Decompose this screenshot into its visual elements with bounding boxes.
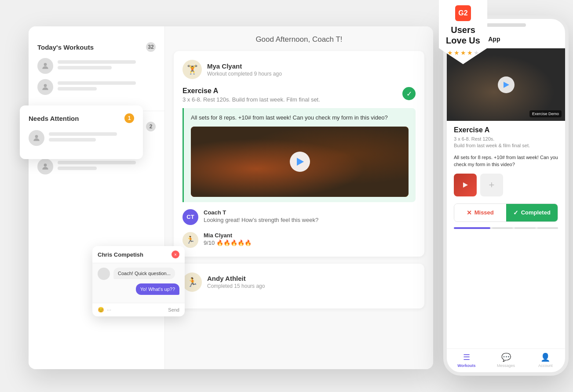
- phone-thumb-row: +: [454, 174, 558, 196]
- andy-avatar: 🏃: [182, 272, 202, 292]
- account-nav-icon: 👤: [540, 352, 550, 362]
- g2-badge-text: UsersLove Us: [446, 25, 480, 46]
- messages-nav-icon: 💬: [501, 352, 511, 362]
- card-user-subtitle-2: Completed 15 hours ago: [207, 283, 265, 289]
- svg-point-3: [44, 163, 47, 167]
- card-user-row: 🏋️ Mya Clyant Workout completed 9 hours …: [182, 60, 416, 79]
- needs-attention-avatar: [29, 130, 44, 146]
- phone-nav-workouts[interactable]: ☰ Workouts: [447, 352, 486, 368]
- chat-message-sent-row: Yo! What's up??: [98, 283, 179, 295]
- star-4: ★: [467, 49, 473, 56]
- svg-point-1: [44, 84, 47, 87]
- phone-exercise-sub1: 3 x 6-8. Rest 120s.: [454, 136, 494, 142]
- exercise-header: Exercise A 3 x 6-8. Rest 120s. Build fro…: [182, 87, 416, 103]
- client-rating-text: 9/10 🔥🔥🔥🔥🔥: [204, 240, 252, 246]
- chat-send-button[interactable]: Send: [168, 307, 179, 312]
- skeleton-line: [58, 161, 136, 164]
- phone-action-row: ✕ Missed ✓ Completed: [454, 203, 558, 222]
- chat-message-received: Coach! Quick question...: [98, 268, 179, 280]
- messages-nav-label: Messages: [497, 363, 515, 368]
- star-2: ★: [454, 49, 460, 56]
- card-user-row-2: 🏃 Andy Athleit Completed 15 hours ago: [182, 272, 416, 292]
- progress-segment-3: [537, 227, 558, 229]
- workouts-nav-icon: ☰: [463, 352, 470, 362]
- phone-video-thumb[interactable]: [454, 174, 477, 196]
- video-play-button[interactable]: [290, 152, 310, 172]
- chat-sender-avatar: [98, 268, 110, 280]
- phone-exercise-title: Exercise A: [454, 126, 558, 134]
- star-3: ★: [460, 49, 466, 56]
- mobile-phone: 🏋️ Client App Exercise Demo Exercise A 3…: [443, 15, 569, 376]
- coach-comment-name: Coach T: [204, 209, 318, 216]
- phone-video-play-button[interactable]: [498, 76, 515, 93]
- video-thumbnail[interactable]: [191, 127, 409, 197]
- phone-content: Exercise A 3 x 6-8. Rest 120s. Build fro…: [447, 121, 565, 348]
- play-triangle-icon: [297, 158, 304, 166]
- skeleton-line: [58, 81, 136, 85]
- chat-input-area: 😊 ···: [98, 307, 111, 313]
- main-greeting: Good Afternoon, Coach T!: [174, 35, 424, 44]
- phone-thumb-add-button[interactable]: +: [480, 174, 503, 196]
- phone-progress-bar: [454, 227, 558, 229]
- main-content: Good Afternoon, Coach T! 🏋️ Mya Clyant W…: [165, 26, 433, 369]
- client-comment-row: 🏃 Mia Clyant 9/10 🔥🔥🔥🔥🔥: [182, 232, 416, 248]
- mya-avatar: 🏋️: [182, 60, 202, 79]
- account-nav-label: Account: [538, 363, 553, 368]
- skeleton-line: [58, 87, 97, 91]
- phone-thumb-play-icon: [463, 182, 468, 188]
- chat-close-button[interactable]: ×: [172, 250, 179, 258]
- star-1: ★: [447, 49, 453, 56]
- avatar-2: [37, 79, 53, 95]
- workout-list-item-1[interactable]: [37, 58, 156, 74]
- completed-check-icon: ✓: [513, 209, 518, 216]
- phone-notch: [486, 23, 526, 27]
- phone-exercise-sub: 3 x 6-8. Rest 120s. Build from last week…: [454, 136, 558, 149]
- phone-play-triangle-icon: [504, 82, 509, 88]
- chat-more-icon[interactable]: ···: [107, 307, 111, 313]
- phone-nav-account[interactable]: 👤 Account: [526, 352, 565, 368]
- phone-nav-messages[interactable]: 💬 Messages: [486, 352, 526, 368]
- chat-widget: Chris Competish × Coach! Quick question.…: [92, 246, 185, 316]
- card-user-info-2: Andy Athleit Completed 15 hours ago: [207, 275, 265, 289]
- chat-body: Coach! Quick question... Yo! What's up??: [92, 263, 185, 303]
- workout-list-item-2[interactable]: [37, 79, 156, 95]
- exercise-title: Exercise A: [182, 87, 320, 95]
- coach-comment-info: Coach T Looking great! How's strength fe…: [204, 209, 318, 223]
- skeleton-line: [58, 60, 136, 64]
- client-comment-name: Mia Clyant: [204, 232, 252, 239]
- g2-badge-shape: G2 UsersLove Us ★ ★ ★ ★ ★: [439, 0, 487, 64]
- skeleton-line: [49, 138, 96, 142]
- needs-attention-header: Needs Attention 1: [29, 113, 134, 123]
- client-message-bubble: All sets for 8 reps. +10# from last week…: [182, 108, 416, 202]
- coach-comment-row: CT Coach T Looking great! How's strength…: [182, 209, 416, 225]
- completed-button[interactable]: ✓ Completed: [506, 204, 558, 221]
- chat-bubble-received: Coach! Quick question...: [113, 268, 175, 279]
- exercise-subtitle: 3 x 6-8. Rest 120s. Build from last week…: [182, 96, 320, 103]
- needs-attention-item[interactable]: [29, 130, 134, 146]
- needs-attention-count: 1: [124, 113, 134, 123]
- progress-segment-1: [492, 227, 513, 229]
- needs-attention-box: Needs Attention 1: [20, 105, 143, 159]
- phone-video-overlay-text: Exercise Demo: [529, 110, 562, 117]
- svg-point-4: [35, 135, 38, 138]
- skeleton-line: [58, 167, 97, 170]
- completed-check-icon: ✓: [402, 87, 416, 100]
- missed-label: Missed: [474, 209, 494, 216]
- progress-segment-2: [515, 227, 535, 229]
- card-user-subtitle: Workout completed 9 hours ago: [207, 71, 282, 77]
- exercise-info: Exercise A 3 x 6-8. Rest 120s. Build fro…: [182, 87, 320, 103]
- workout-card-1: 🏋️ Mya Clyant Workout completed 9 hours …: [174, 51, 424, 257]
- missed-button[interactable]: ✕ Missed: [454, 204, 506, 221]
- svg-point-0: [44, 63, 47, 66]
- coach-avatar: CT: [182, 209, 198, 225]
- todays-workouts-count: 32: [146, 42, 156, 52]
- avatar-1: [37, 58, 53, 74]
- skeleton-1: [58, 60, 156, 72]
- phone-exercise-sub2: Build from last week & film final set.: [454, 143, 530, 148]
- chat-footer: 😊 ··· Send: [92, 303, 185, 316]
- chat-emoji-icon[interactable]: 😊: [98, 307, 104, 313]
- reminder-item-2[interactable]: [37, 159, 156, 174]
- skeleton-line: [58, 66, 112, 69]
- chat-header: Chris Competish ×: [92, 246, 185, 263]
- workouts-nav-label: Workouts: [457, 363, 475, 368]
